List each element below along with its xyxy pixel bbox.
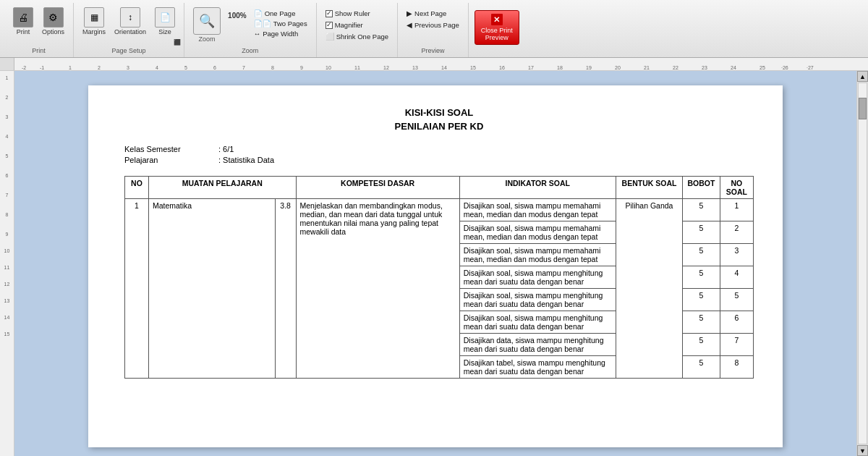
cell-bobot-4: 5 [683,266,720,289]
previous-page-button[interactable]: ◀ Previous Page [404,20,462,30]
header-kompetensi: KOMPETESI DASAR [296,177,459,199]
cell-nosoal-1: 1 [720,199,753,221]
cell-indikator-1: Disajikan soal, siswa mampu memahami mea… [459,199,616,221]
cell-kompetensi: Menjelaskan dan membandingkan modus, med… [296,199,459,379]
next-page-icon: ▶ [407,9,412,17]
page-area: KISI-KISI SOAL PENILAIAN PER KD Kelas Se… [14,71,856,456]
cell-bobot-1: 5 [683,199,720,221]
cell-nosoal-8: 8 [720,356,753,379]
cell-bobot-8: 5 [683,356,720,379]
vertical-scrollbar[interactable]: ▲ ▼ [856,71,868,456]
header-no: NO [125,177,149,199]
two-pages-button[interactable]: 📄📄 Two Pages [251,19,310,28]
page-subtitle: PENILAIAN PER KD [124,121,754,132]
page-setup-group-label: Page Setup [74,47,184,54]
print-group-label: Print [4,47,73,54]
cell-indikator-3: Disajikan soal, siswa mampu memahami mea… [459,244,616,266]
close-label: Close PrintPreview [481,27,513,41]
info-section: Kelas Semester : 6/1 Pelajaran : Statist… [124,145,754,164]
cell-indikator-2: Disajikan soal, siswa mampu memahami mea… [459,221,616,244]
zoom-group-label: Zoom [184,47,316,54]
preview-group-label: Preview [398,47,468,54]
cell-nosoal-2: 2 [720,221,753,244]
header-indikator: INDIKATOR SOAL [459,177,616,199]
cell-indikator-4: Disajikan soal, siswa mampu menghitung m… [459,266,616,289]
cell-nosoal-3: 3 [720,244,753,266]
cell-bobot-3: 5 [683,244,720,266]
size-button[interactable]: 📄 Size [152,6,178,37]
cell-bentuk: Pilihan Ganda [616,199,683,379]
print-button[interactable]: 🖨 Print [10,6,36,37]
page-width-button[interactable]: ↔ Page Width [251,29,310,38]
kelas-label: Kelas Semester [124,145,218,153]
pelajaran-label: Pelajaran [124,156,218,164]
cell-kd-num: 3.8 [275,199,296,379]
one-page-icon: 📄 [254,9,263,17]
document-page: KISI-KISI SOAL PENILAIAN PER KD Kelas Se… [88,85,783,447]
options-label: Options [42,28,64,35]
scroll-up-button[interactable]: ▲ [857,71,868,82]
zoom-percent: 100% [228,12,247,20]
cell-nosoal-4: 4 [720,266,753,289]
cell-indikator-5: Disajikan soal, siswa mampu menghitung m… [459,289,616,311]
cell-nosoal-7: 7 [720,334,753,356]
main-area: 1 2 3 4 5 6 7 8 9 10 11 12 13 14 15 KISI… [0,71,868,456]
page-width-icon: ↔ [254,30,261,38]
next-page-button[interactable]: ▶ Next Page [404,9,449,18]
page-setup-group: ▦ Margins ↕ Orientation 📄 Size ⬛ Page Se… [74,3,184,57]
size-icon: 📄 [155,7,175,28]
cell-nosoal-6: 6 [720,311,753,334]
table-row: 1 Matematika 3.8 Menjelaskan dan memband… [125,199,754,221]
show-ruler-checkbox[interactable] [326,10,333,17]
one-page-button[interactable]: 📄 One Page [251,9,310,18]
page-width-label: Page Width [263,30,298,38]
scroll-thumb[interactable] [859,98,867,119]
left-ruler: 1 2 3 4 5 6 7 8 9 10 11 12 13 14 15 [0,71,14,456]
shrink-icon: ⬜ [326,33,334,41]
scroll-down-button[interactable]: ▼ [857,445,868,456]
show-ruler-button[interactable]: Show Ruler [323,9,373,18]
next-page-label: Next Page [414,9,446,17]
two-pages-icon: 📄📄 [254,20,271,28]
cell-indikator-6: Disajikan soal, siswa mampu menghitung m… [459,311,616,334]
info-pelajaran-row: Pelajaran : Statistika Data [124,156,754,164]
size-label: Size [158,28,171,35]
shrink-label: Shrink One Page [336,33,388,41]
orientation-label: Orientation [114,28,146,35]
cell-bobot-5: 5 [683,289,720,311]
previous-page-label: Previous Page [414,21,459,29]
header-bobot: BOBOT [683,177,720,199]
margins-label: Margins [82,28,106,35]
cell-bobot-7: 5 [683,334,720,356]
close-print-preview-button[interactable]: ✕ Close PrintPreview [475,10,519,45]
margins-icon: ▦ [84,7,104,28]
orientation-button[interactable]: ↕ Orientation [111,6,149,37]
previous-page-icon: ◀ [407,21,412,29]
preview-options-group: Show Ruler Magnifier ⬜ Shrink One Page [317,3,398,57]
cell-nosoal-5: 5 [720,289,753,311]
magnifier-checkbox[interactable] [326,22,333,29]
magnifier-button[interactable]: Magnifier [323,20,366,30]
close-group: ✕ Close PrintPreview [469,3,525,57]
print-icon: 🖨 [13,7,33,28]
cell-bobot-2: 5 [683,221,720,244]
scroll-track [858,83,867,444]
zoom-label: Zoom [199,35,216,43]
options-icon: ⚙ [43,7,64,28]
ruler: -2 -1 1 2 3 4 5 6 7 8 9 10 11 12 13 14 1… [0,58,868,71]
margins-button[interactable]: ▦ Margins [80,6,109,37]
show-ruler-label: Show Ruler [335,9,370,17]
header-bentuk: BENTUK SOAL [616,177,683,199]
cell-indikator-7: Disajikan data, siswa mampu menghitung m… [459,334,616,356]
header-nosoal: NO SOAL [720,177,753,199]
page-title: KISI-KISI SOAL [124,107,754,118]
magnifier-label: Magnifier [335,21,363,29]
ruler-corner [0,58,14,71]
cell-indikator-8: Disajikan tabel, siswa mampu menghitung … [459,356,616,379]
two-pages-label: Two Pages [273,20,307,28]
pelajaran-value: : Statistika Data [218,156,274,164]
zoom-group: 🔍 Zoom 100% 📄 One Page 📄📄 Two Pages ↔ Pa… [184,3,317,57]
zoom-button[interactable]: 🔍 Zoom [190,6,224,44]
options-button[interactable]: ⚙ Options [39,6,67,37]
shrink-one-page-button[interactable]: ⬜ Shrink One Page [323,32,391,41]
